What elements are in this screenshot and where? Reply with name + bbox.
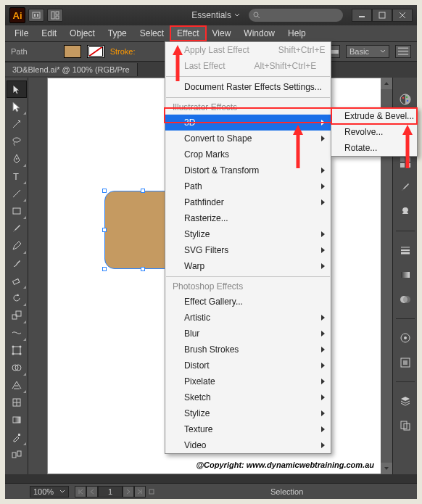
menu-rasterize[interactable]: Rasterize... [165,210,331,226]
selection-handle[interactable] [141,267,145,271]
menu-video[interactable]: Video [165,437,331,453]
arrange-docs-button[interactable] [47,9,63,22]
width-tool[interactable] [7,324,27,342]
paintbrush-tool[interactable] [7,220,27,237]
last-artboard-button[interactable] [134,486,146,497]
svg-point-27 [19,346,21,348]
stroke-panel-icon[interactable] [397,241,414,259]
eraser-tool[interactable] [7,272,27,289]
first-artboard-button[interactable] [75,486,86,497]
gradient-tool[interactable] [7,411,27,429]
close-button[interactable] [392,9,413,22]
appearance-panel-icon[interactable] [397,329,414,347]
selection-handle[interactable] [102,228,107,232]
annotation-arrow-effect [171,45,184,81]
scroll-up-button[interactable] [381,78,392,89]
stroke-swatch[interactable] [87,45,104,58]
color-panel-icon[interactable] [397,91,414,108]
brush-dropdown[interactable]: Basic [346,45,389,58]
svg-line-20 [13,190,20,197]
menu-path[interactable]: Path [165,178,331,194]
menu-effect-gallery[interactable]: Effect Gallery... [165,294,331,310]
svg-point-28 [12,353,14,355]
menu-artistic[interactable]: Artistic [165,310,331,326]
prev-artboard-button[interactable] [86,486,98,497]
menu-brush-strokes[interactable]: Brush Strokes [165,342,331,358]
menu-sketch[interactable]: Sketch [165,389,331,405]
menu-apply-last-effect[interactable]: Apply Last EffectShift+Ctrl+E [165,42,331,58]
lasso-tool[interactable] [7,133,27,150]
menu-texture[interactable]: Texture [165,421,331,437]
menu-object[interactable]: Object [63,26,102,41]
menu-select[interactable]: Select [133,26,170,41]
zoom-field[interactable]: 100% [30,486,69,497]
document-tab[interactable]: 3D&Blend.ai* @ 100% (RGB/Pre [5,63,138,76]
brushes-panel-icon[interactable] [397,178,414,196]
shape-builder-tool[interactable] [7,359,27,376]
line-tool[interactable] [7,185,27,202]
selection-handle[interactable] [102,189,107,193]
symbols-panel-icon[interactable] [397,203,414,220]
menu-pixelate[interactable]: Pixelate [165,373,331,389]
scroll-down-button[interactable] [381,463,392,474]
artboard-number[interactable]: 1 [98,486,123,497]
menu-last-effect[interactable]: Last EffectAlt+Shift+Ctrl+E [165,58,331,74]
mesh-tool[interactable] [7,394,27,411]
next-artboard-button[interactable] [123,486,134,497]
menu-view[interactable]: View [206,26,238,41]
selection-tool[interactable] [7,80,27,98]
eyedropper-tool[interactable] [7,429,27,446]
menu-convert-to-shape[interactable]: Convert to Shape [165,131,331,146]
menu-distort-ps[interactable]: Distort [165,358,331,373]
svg-point-40 [402,97,404,99]
artboards-panel-icon[interactable] [397,417,414,434]
rotate-tool[interactable] [7,289,27,307]
menu-blur[interactable]: Blur [165,326,331,342]
menu-distort-transform[interactable]: Distort & Transform [165,162,331,178]
annotation-arrow-3d [291,125,305,168]
menu-crop-marks[interactable]: Crop Marks [165,146,331,162]
svg-point-16 [19,120,20,122]
free-transform-tool[interactable] [7,342,27,359]
pencil-tool[interactable] [7,237,27,255]
artboard-popup-button[interactable] [149,487,154,496]
menu-pathfinder[interactable]: Pathfinder [165,194,331,210]
bridge-button[interactable] [28,9,44,22]
menu-window[interactable]: Window [237,26,281,41]
menu-doc-raster-settings[interactable]: Document Raster Effects Settings... [165,79,331,95]
minimize-button[interactable] [352,9,372,22]
menu-stylize-ps[interactable]: Stylize [165,405,331,421]
magic-wand-tool[interactable] [7,115,27,133]
menu-stylize-ill[interactable]: Stylize [165,226,331,242]
menu-svg-filters[interactable]: SVG Filters [165,242,331,258]
svg-rect-38 [17,451,21,456]
fill-swatch[interactable] [64,45,81,58]
graphic-styles-panel-icon[interactable] [397,354,414,371]
panel-menu-icon[interactable] [395,45,411,58]
maximize-button[interactable] [372,9,392,22]
svg-point-55 [403,296,410,303]
menu-3d[interactable]: 3D [165,115,331,131]
workspace-switcher[interactable]: Essentials [191,10,240,20]
transparency-panel-icon[interactable] [397,291,414,308]
perspective-grid-tool[interactable] [7,376,27,394]
selection-handle[interactable] [102,267,107,271]
type-tool[interactable]: T [7,168,27,185]
blend-tool[interactable] [7,446,27,463]
menu-edit[interactable]: Edit [35,26,63,41]
pen-tool[interactable] [7,150,27,168]
menu-file[interactable]: File [8,26,35,41]
menu-warp[interactable]: Warp [165,258,331,274]
search-input[interactable] [249,9,343,22]
menu-help[interactable]: Help [281,26,313,41]
menu-extrude-bevel[interactable]: Extrude & Bevel... [331,108,417,124]
rectangle-tool[interactable] [7,202,27,220]
menu-type[interactable]: Type [102,26,133,41]
layers-panel-icon[interactable] [397,392,414,410]
selection-handle[interactable] [141,189,145,193]
menu-effect[interactable]: Effect [170,26,205,41]
direct-selection-tool[interactable] [7,98,27,115]
blob-brush-tool[interactable] [7,255,27,272]
scale-tool[interactable] [7,307,27,324]
gradient-panel-icon[interactable] [397,266,414,284]
